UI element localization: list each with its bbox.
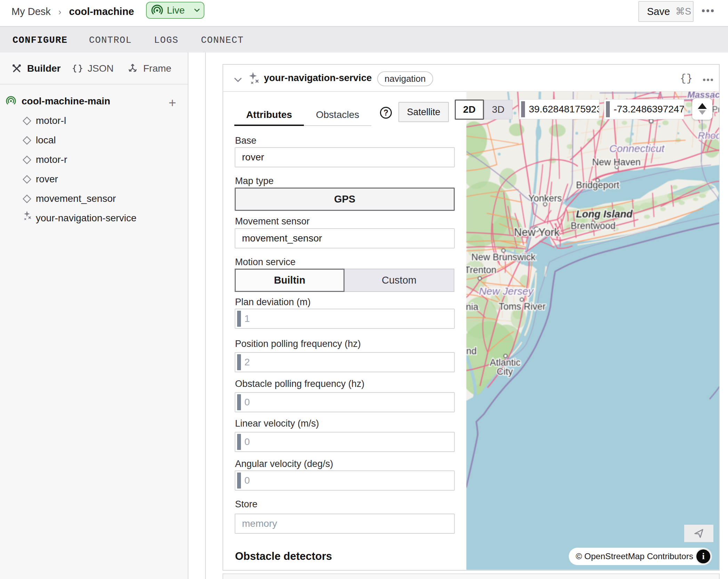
svg-text:Rhod: Rhod xyxy=(698,130,719,141)
svg-text:New Brunswick: New Brunswick xyxy=(471,252,536,262)
svg-text:Brentwood: Brentwood xyxy=(571,221,615,231)
svg-text:nia: nia xyxy=(466,302,479,312)
svg-text:Long Island: Long Island xyxy=(576,208,633,220)
svg-text:Trenton: Trenton xyxy=(466,265,496,275)
svg-text:New Haven: New Haven xyxy=(592,157,641,167)
svg-text:Pro: Pro xyxy=(712,104,719,114)
svg-text:City: City xyxy=(497,366,513,377)
svg-text:New Jersey: New Jersey xyxy=(479,285,534,297)
svg-text:nd: nd xyxy=(466,346,477,356)
svg-text:New York: New York xyxy=(514,226,560,238)
svg-text:Yonkers: Yonkers xyxy=(528,193,562,204)
svg-text:Connecticut: Connecticut xyxy=(609,143,665,154)
svg-text:Bridgeport: Bridgeport xyxy=(576,180,620,190)
svg-text:Toms River: Toms River xyxy=(499,301,545,312)
